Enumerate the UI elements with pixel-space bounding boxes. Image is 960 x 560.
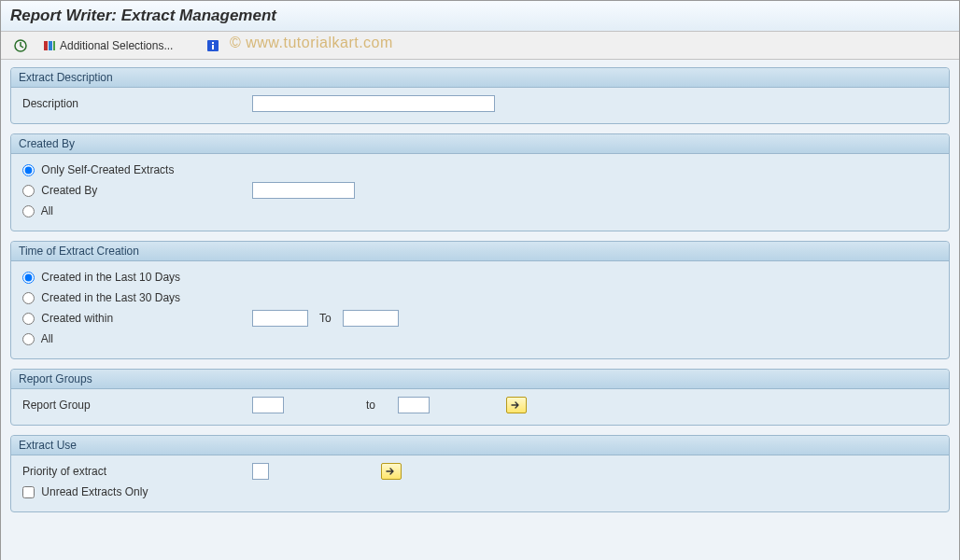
panel-time-creation: Time of Extract Creation Created in the … xyxy=(10,241,950,359)
content: Extract Description Description Created … xyxy=(1,60,959,560)
toolbar: Additional Selections... © www.tutorialk… xyxy=(1,32,959,60)
radio-time-all[interactable]: All xyxy=(22,332,53,345)
radio-within[interactable]: Created within xyxy=(22,312,247,325)
priority-input[interactable] xyxy=(252,463,269,480)
panel-created-by: Created By Only Self-Created Extracts Cr… xyxy=(10,133,950,231)
report-group-label: Report Group xyxy=(22,399,247,412)
radio-last-30-input[interactable] xyxy=(22,292,35,304)
unread-only-label: Unread Extracts Only xyxy=(41,485,148,498)
within-from-input[interactable] xyxy=(252,310,308,327)
report-group-to-input[interactable] xyxy=(398,397,430,413)
panel-header-created-by: Created By xyxy=(11,134,949,154)
svg-rect-1 xyxy=(44,41,48,50)
description-label: Description xyxy=(22,97,247,110)
arrow-right-icon xyxy=(386,467,397,476)
radio-time-all-label: All xyxy=(41,332,53,345)
panel-header-extract-description: Extract Description xyxy=(11,68,949,88)
radio-createdby-all-input[interactable] xyxy=(22,205,35,217)
radio-createdby-all[interactable]: All xyxy=(22,204,53,217)
svg-rect-2 xyxy=(49,41,52,50)
description-input[interactable] xyxy=(252,95,495,112)
panel-header-time-creation: Time of Extract Creation xyxy=(11,242,949,261)
watermark: © www.tutorialkart.com xyxy=(230,35,393,51)
priority-multiselect-button[interactable] xyxy=(381,463,402,480)
title-bar: Report Writer: Extract Management xyxy=(1,1,959,32)
report-group-multiselect-button[interactable] xyxy=(506,397,527,413)
within-to-input[interactable] xyxy=(343,310,399,327)
priority-label: Priority of extract xyxy=(22,465,247,478)
report-group-to-label: to xyxy=(366,399,375,412)
radio-within-input[interactable] xyxy=(22,313,35,325)
unread-only-input[interactable] xyxy=(22,486,35,498)
radio-last-30-label: Created in the Last 30 Days xyxy=(41,291,180,304)
radio-self-created-label: Only Self-Created Extracts xyxy=(41,163,174,176)
radio-within-label: Created within xyxy=(41,312,113,325)
radio-last-10[interactable]: Created in the Last 10 Days xyxy=(22,271,180,284)
arrow-right-icon xyxy=(511,400,522,410)
additional-selections-button[interactable]: Additional Selections... xyxy=(38,36,177,55)
svg-rect-6 xyxy=(212,45,214,49)
additional-selections-label: Additional Selections... xyxy=(60,39,173,52)
info-icon xyxy=(206,39,219,52)
radio-created-by-label: Created By xyxy=(41,184,97,197)
radio-last-10-input[interactable] xyxy=(22,272,35,284)
radio-created-by[interactable]: Created By xyxy=(22,184,247,197)
clock-execute-icon xyxy=(13,38,28,53)
radio-self-created-input[interactable] xyxy=(22,164,35,176)
window: Report Writer: Extract Management Additi… xyxy=(0,0,960,560)
radio-last-30[interactable]: Created in the Last 30 Days xyxy=(22,291,180,304)
svg-rect-5 xyxy=(212,42,214,44)
svg-rect-3 xyxy=(53,41,55,50)
created-by-input[interactable] xyxy=(252,182,355,199)
radio-time-all-input[interactable] xyxy=(22,333,35,345)
page-title: Report Writer: Extract Management xyxy=(10,7,950,25)
panel-report-groups: Report Groups Report Group to xyxy=(10,369,950,426)
panel-header-report-groups: Report Groups xyxy=(11,370,949,389)
within-to-label: To xyxy=(319,312,332,325)
selection-icon xyxy=(43,39,56,52)
report-group-from-input[interactable] xyxy=(252,397,284,413)
radio-created-by-input[interactable] xyxy=(22,185,35,197)
radio-last-10-label: Created in the Last 10 Days xyxy=(41,271,180,284)
unread-only-checkbox[interactable]: Unread Extracts Only xyxy=(22,485,148,498)
panel-extract-use: Extract Use Priority of extract Unr xyxy=(10,435,950,512)
info-button[interactable] xyxy=(202,36,224,55)
radio-self-created[interactable]: Only Self-Created Extracts xyxy=(22,163,174,176)
panel-header-extract-use: Extract Use xyxy=(11,436,949,455)
radio-createdby-all-label: All xyxy=(41,204,53,217)
execute-button[interactable] xyxy=(8,36,33,55)
panel-extract-description: Extract Description Description xyxy=(10,67,950,124)
